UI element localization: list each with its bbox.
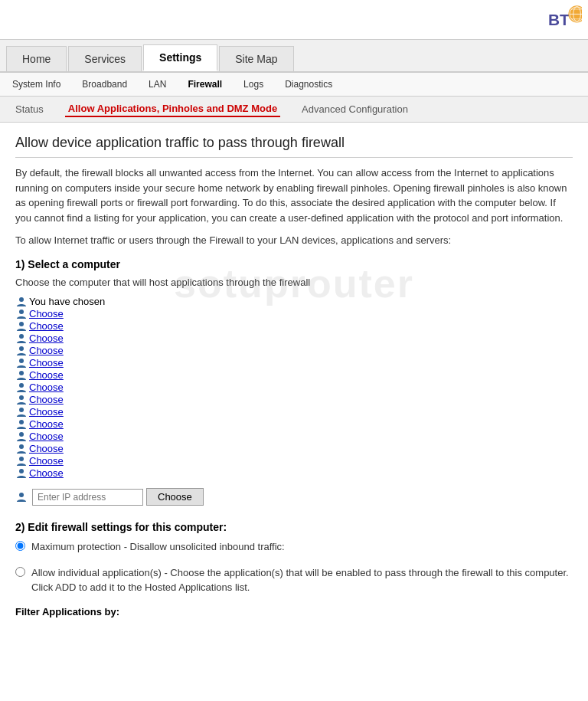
main-nav: Home Services Settings Site Map xyxy=(0,40,588,73)
section1-subtitle: Choose the computer that will host appli… xyxy=(15,277,573,288)
sub-nav-diagnostics[interactable]: Diagnostics xyxy=(282,77,335,91)
person-icon xyxy=(15,492,28,503)
ip-row: Choose xyxy=(15,488,573,506)
person-icon xyxy=(15,395,28,405)
list-item: Choose xyxy=(15,320,573,332)
firewall-tab-status[interactable]: Status xyxy=(12,102,47,116)
list-item: Choose xyxy=(15,369,573,381)
list-item-chosen: You have chosen xyxy=(15,296,573,307)
person-icon xyxy=(15,346,28,356)
radio-max-label: Maximum protection - Disallow unsolicite… xyxy=(31,539,285,555)
person-icon xyxy=(15,296,28,307)
svg-point-17 xyxy=(19,420,24,424)
choose-link[interactable]: Choose xyxy=(29,394,64,405)
chosen-text: You have chosen xyxy=(29,296,105,307)
instruction-text: To allow Internet traffic or users throu… xyxy=(15,234,573,246)
person-icon xyxy=(15,321,28,332)
sub-nav-systeminfo[interactable]: System Info xyxy=(9,77,64,91)
choose-link[interactable]: Choose xyxy=(29,369,64,381)
computer-list: You have chosen Choose Choose Choose Cho… xyxy=(15,296,573,479)
firewall-tab-advanced[interactable]: Advanced Configuration xyxy=(299,102,411,116)
radio-max-row: Maximum protection - Disallow unsolicite… xyxy=(15,539,573,555)
sub-nav-lan[interactable]: LAN xyxy=(145,77,169,91)
list-item: Choose xyxy=(15,431,573,442)
sub-nav: System Info Broadband LAN Firewall Logs … xyxy=(0,73,588,97)
svg-point-21 xyxy=(19,469,24,473)
svg-point-18 xyxy=(19,432,24,437)
sub-nav-broadband[interactable]: Broadband xyxy=(79,77,130,91)
svg-text:BT: BT xyxy=(548,11,570,28)
list-item: Choose xyxy=(15,455,573,467)
firewall-tabs: Status Allow Applications, Pinholes and … xyxy=(0,97,588,123)
choose-link[interactable]: Choose xyxy=(29,455,64,467)
choose-link[interactable]: Choose xyxy=(29,406,64,418)
radio-individual-label: Allow individual application(s) - Choose… xyxy=(31,565,573,595)
person-icon xyxy=(15,431,28,442)
list-item: Choose xyxy=(15,443,573,454)
page-title: Allow device application traffic to pass… xyxy=(15,135,573,158)
svg-point-12 xyxy=(19,359,24,363)
description-text: By default, the firewall blocks all unwa… xyxy=(15,165,573,225)
svg-point-15 xyxy=(19,395,24,400)
filter-label: Filter Applications by: xyxy=(15,606,573,617)
list-item: Choose xyxy=(15,357,573,369)
svg-point-11 xyxy=(19,346,24,351)
list-item: Choose xyxy=(15,418,573,430)
list-item: Choose xyxy=(15,345,573,356)
person-icon xyxy=(15,407,28,418)
person-icon xyxy=(15,382,28,393)
person-icon xyxy=(15,444,28,454)
main-nav-tab-services[interactable]: Services xyxy=(68,46,142,71)
person-icon xyxy=(15,370,28,381)
list-item: Choose xyxy=(15,406,573,418)
main-nav-tab-settings[interactable]: Settings xyxy=(143,44,217,71)
section2-title: 2) Edit firewall settings for this compu… xyxy=(15,521,573,533)
content: sotuprouter Allow device application tra… xyxy=(0,123,588,630)
sub-nav-firewall[interactable]: Firewall xyxy=(185,77,225,91)
choose-button[interactable]: Choose xyxy=(146,488,204,506)
person-icon xyxy=(15,309,28,319)
list-item: Choose xyxy=(15,308,573,319)
choose-link[interactable]: Choose xyxy=(29,332,64,344)
svg-point-8 xyxy=(19,310,24,314)
svg-point-14 xyxy=(19,383,24,388)
ip-address-input[interactable] xyxy=(32,489,143,506)
choose-link[interactable]: Choose xyxy=(29,431,64,442)
person-icon xyxy=(15,419,28,430)
choose-link[interactable]: Choose xyxy=(29,467,64,479)
choose-link[interactable]: Choose xyxy=(29,308,64,319)
person-icon xyxy=(15,456,28,467)
svg-point-19 xyxy=(19,444,24,449)
list-item: Choose xyxy=(15,382,573,393)
svg-point-7 xyxy=(19,297,24,302)
choose-link[interactable]: Choose xyxy=(29,443,64,454)
choose-link[interactable]: Choose xyxy=(29,418,64,430)
svg-point-13 xyxy=(19,371,24,375)
section1-title: 1) Select a computer xyxy=(15,258,573,270)
person-icon xyxy=(15,333,28,344)
sub-nav-logs[interactable]: Logs xyxy=(240,77,266,91)
choose-link[interactable]: Choose xyxy=(29,382,64,393)
radio-individual[interactable] xyxy=(15,567,25,577)
firewall-tab-allow[interactable]: Allow Applications, Pinholes and DMZ Mod… xyxy=(65,101,280,117)
radio-individual-row: Allow individual application(s) - Choose… xyxy=(15,565,573,595)
person-icon xyxy=(15,468,28,479)
svg-point-16 xyxy=(19,408,24,412)
svg-point-22 xyxy=(19,493,24,497)
choose-link[interactable]: Choose xyxy=(29,357,64,369)
list-item: Choose xyxy=(15,394,573,405)
main-nav-tab-home[interactable]: Home xyxy=(6,46,67,71)
choose-link[interactable]: Choose xyxy=(29,345,64,356)
main-nav-tab-sitemap[interactable]: Site Map xyxy=(219,46,293,71)
person-icon xyxy=(15,358,28,369)
choose-link[interactable]: Choose xyxy=(29,320,64,332)
bt-logo: BT xyxy=(545,3,582,36)
header: BT xyxy=(0,0,588,40)
list-item: Choose xyxy=(15,467,573,479)
svg-point-9 xyxy=(19,322,24,326)
radio-max-protection[interactable] xyxy=(15,541,25,551)
list-item: Choose xyxy=(15,332,573,344)
svg-point-20 xyxy=(19,457,24,461)
svg-point-10 xyxy=(19,334,24,339)
